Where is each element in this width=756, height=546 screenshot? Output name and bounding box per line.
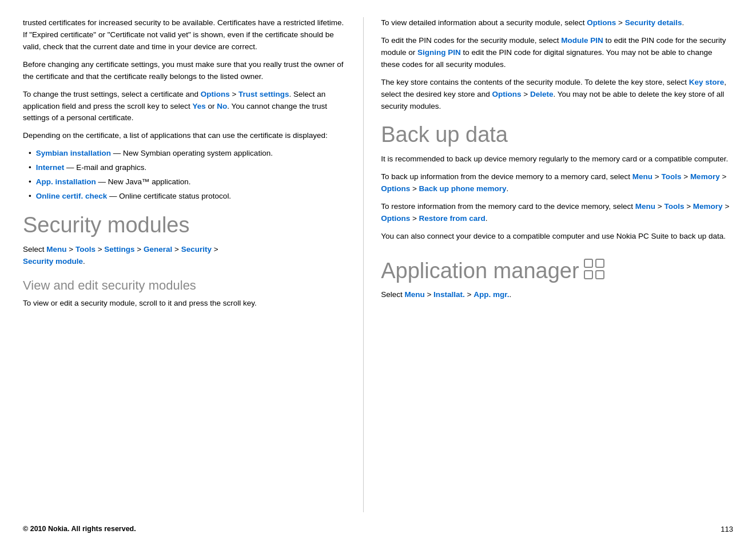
- content-columns: trusted certificates for increased secur…: [23, 17, 733, 512]
- link-restore-options2[interactable]: Options: [381, 214, 410, 223]
- para-appmgr-select: Select Menu > Installat. > App. mgr..: [381, 289, 733, 301]
- list-item-app-installation: App. installation — New Java™ applicatio…: [29, 176, 346, 188]
- link-options-key[interactable]: Options: [492, 90, 522, 98]
- text-app-installation: — New Java™ application.: [96, 177, 191, 186]
- text-sec-end: .: [83, 257, 85, 266]
- link-options-detail[interactable]: Options: [587, 18, 616, 27]
- para-before-changing: Before changing any certificate settings…: [23, 59, 346, 83]
- para-restore-how: To restore information from the memory c…: [381, 201, 733, 225]
- text-backup-end1: .: [507, 184, 509, 193]
- left-column: trusted certificates for increased secur…: [23, 17, 364, 512]
- app-manager-icon: [584, 259, 604, 279]
- svg-rect-3: [596, 271, 604, 279]
- para-trusted-certs: trusted certificates for increased secur…: [23, 17, 346, 53]
- copyright-text: © 2010 Nokia. All rights reserved.: [23, 524, 136, 535]
- link-backup-memory1[interactable]: Memory: [690, 172, 720, 181]
- text-appmgr-gt2: >: [465, 290, 474, 299]
- text-backup-gt4: >: [410, 184, 419, 193]
- link-module-pin[interactable]: Module PIN: [561, 36, 603, 45]
- para-nokia-pc-suite: You can also connect your device to a co…: [381, 231, 733, 243]
- para-depending: Depending on the certificate, a list of …: [23, 130, 346, 142]
- link-sec-general[interactable]: General: [144, 245, 172, 254]
- svg-rect-2: [584, 271, 592, 279]
- heading-app-manager: Application manager: [381, 259, 579, 284]
- text-sec-gt2: >: [96, 245, 104, 254]
- para-backup-recommended: It is recommended to back up device memo…: [381, 153, 733, 165]
- link-app-installation[interactable]: App. installation: [36, 177, 96, 186]
- text-edit-pin-prefix: To edit the PIN codes for the security m…: [381, 36, 561, 45]
- text-restore-gt6: >: [684, 202, 693, 211]
- link-backup-menu1[interactable]: Menu: [632, 172, 652, 181]
- link-trust-settings[interactable]: Trust settings: [238, 90, 289, 98]
- link-sec-security[interactable]: Security: [181, 245, 212, 254]
- text-symbian: — New Symbian operating system applicati…: [111, 149, 273, 157]
- link-backup-tools1[interactable]: Tools: [661, 172, 681, 181]
- text-appmgr-gt1: >: [425, 290, 433, 299]
- text-sec-gt5: >: [212, 245, 218, 254]
- text-appmgr-end: .: [510, 290, 512, 299]
- heading-backup: Back up data: [381, 122, 733, 148]
- link-backup-back[interactable]: Back up phone memory: [419, 184, 507, 193]
- list-item-symbian: Symbian installation — New Symbian opera…: [29, 148, 346, 160]
- link-restore-menu2[interactable]: Menu: [635, 202, 655, 211]
- link-symbian[interactable]: Symbian installation: [36, 149, 111, 157]
- link-no[interactable]: No: [217, 102, 227, 110]
- para-edit-pin: To edit the PIN codes for the security m…: [381, 35, 733, 71]
- para-view-detailed: To view detailed information about a sec…: [381, 17, 733, 29]
- para-key-store: The key store contains the contents of t…: [381, 77, 733, 113]
- page-number: 113: [721, 524, 733, 535]
- link-appmgr-menu[interactable]: Menu: [404, 290, 424, 299]
- heading-security-modules: Security modules: [23, 213, 346, 238]
- link-sec-tools[interactable]: Tools: [75, 245, 96, 254]
- link-appmgr-installat[interactable]: Installat.: [433, 290, 465, 299]
- text-gt1: >: [230, 90, 238, 98]
- link-sec-module[interactable]: Security module: [23, 257, 83, 266]
- link-options-trust[interactable]: Options: [201, 90, 230, 98]
- text-backup-gt2: >: [681, 172, 690, 181]
- link-yes[interactable]: Yes: [192, 102, 205, 110]
- svg-rect-0: [584, 259, 592, 267]
- page: trusted certificates for increased secur…: [0, 0, 756, 546]
- link-backup-options1[interactable]: Options: [381, 184, 410, 193]
- heading-view-edit: View and edit security modules: [23, 278, 346, 293]
- para-trust-settings: To change the trust settings, select a c…: [23, 89, 346, 125]
- cert-list: Symbian installation — New Symbian opera…: [29, 148, 346, 203]
- text-key-gt: >: [522, 90, 530, 98]
- link-restore-memory2[interactable]: Memory: [693, 202, 723, 211]
- list-item-internet: Internet — E-mail and graphics.: [29, 162, 346, 174]
- link-appmgr-app[interactable]: App. mgr.: [474, 290, 509, 299]
- link-signing-pin[interactable]: Signing PIN: [417, 48, 461, 57]
- text-internet: — E-mail and graphics.: [64, 163, 146, 172]
- text-restore-end: .: [486, 214, 488, 223]
- link-restore-tools2[interactable]: Tools: [664, 202, 684, 211]
- text-online-certif: — Online certificate status protocol.: [107, 192, 231, 200]
- para-view-edit: To view or edit a security module, scrol…: [23, 298, 346, 310]
- link-sec-menu[interactable]: Menu: [46, 245, 66, 254]
- text-backup-gt1: >: [652, 172, 661, 181]
- heading-app-manager-container: Application manager: [381, 248, 733, 290]
- list-item-online-certif: Online certif. check — Online certificat…: [29, 191, 346, 203]
- page-footer: © 2010 Nokia. All rights reserved. 113: [23, 518, 733, 535]
- text-or: or: [206, 102, 217, 110]
- para-backup-how: To back up information from the device m…: [381, 171, 733, 195]
- link-delete[interactable]: Delete: [530, 90, 554, 98]
- text-restore-prefix: To restore information from the memory c…: [381, 202, 635, 211]
- right-column: To view detailed information about a sec…: [364, 17, 733, 512]
- text-appmgr-prefix: Select: [381, 290, 404, 299]
- text-backup-gt3: >: [720, 172, 727, 181]
- link-online-certif[interactable]: Online certif. check: [36, 192, 108, 200]
- text-restore-gt8: >: [410, 214, 419, 223]
- text-restore-gt5: >: [655, 202, 664, 211]
- text-restore-gt7: >: [723, 202, 730, 211]
- text-sec-gt1: >: [67, 245, 75, 254]
- link-key-store[interactable]: Key store: [689, 78, 725, 86]
- text-detail-gt: >: [616, 18, 624, 27]
- link-sec-settings[interactable]: Settings: [104, 245, 134, 254]
- text-change-trust: To change the trust settings, select a c…: [23, 90, 201, 98]
- link-security-details[interactable]: Security details: [625, 18, 682, 27]
- link-restore-card[interactable]: Restore from card: [419, 214, 486, 223]
- link-internet[interactable]: Internet: [36, 163, 65, 172]
- text-sec-gt4: >: [172, 245, 181, 254]
- para-security-select: Select Menu > Tools > Settings > General…: [23, 244, 346, 268]
- text-detail-end: .: [682, 18, 685, 27]
